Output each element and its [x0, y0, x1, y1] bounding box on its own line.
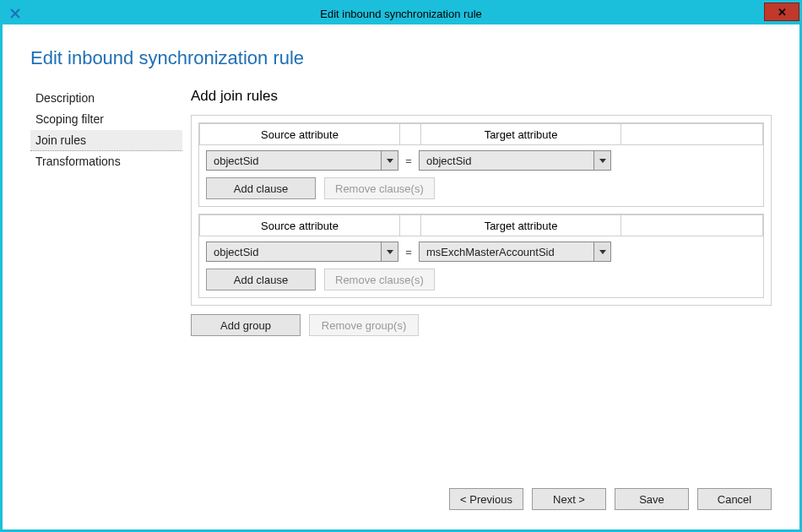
col-equals	[400, 123, 420, 145]
page-title: Edit inbound synchronization rule	[30, 47, 772, 69]
button-label: Add group	[220, 319, 271, 332]
close-icon: ✕	[778, 6, 787, 19]
button-label: Save	[639, 493, 664, 506]
button-label: Remove group(s)	[322, 319, 406, 332]
button-label: Add clause	[234, 274, 288, 286]
combo-value: objectSid	[420, 155, 593, 167]
combo-value: objectSid	[207, 246, 381, 258]
combo-value: msExchMasterAccountSid	[420, 246, 593, 258]
main: Add join rules Source attribute Target a…	[182, 88, 772, 510]
app-icon	[8, 6, 23, 21]
chevron-down-icon	[381, 151, 398, 170]
button-label: Add clause	[234, 182, 288, 195]
titlebar: Edit inbound synchronization rule ✕	[3, 3, 799, 24]
add-clause-button[interactable]: Add clause	[206, 269, 316, 290]
window: Edit inbound synchronization rule ✕ Edit…	[0, 0, 802, 532]
group-buttons: Add clause Remove clause(s)	[199, 171, 763, 199]
add-group-button[interactable]: Add group	[191, 314, 301, 336]
button-label: Next >	[553, 493, 585, 506]
equals-label: =	[398, 155, 419, 167]
add-clause-button[interactable]: Add clause	[206, 177, 316, 199]
col-equals	[400, 214, 420, 236]
window-title: Edit inbound synchronization rule	[3, 8, 799, 20]
col-spacer	[621, 214, 763, 236]
button-label: Remove clause(s)	[335, 274, 424, 286]
group-header: Source attribute Target attribute	[199, 214, 763, 236]
remove-group-button: Remove group(s)	[309, 314, 419, 336]
join-row: objectSid = msExchMasterAccountSid	[199, 236, 763, 262]
combo-value: objectSid	[207, 155, 381, 167]
sidebar-item-label: Transformations	[35, 155, 121, 168]
col-source-attribute: Source attribute	[199, 123, 400, 145]
rules-box: Source attribute Target attribute object…	[191, 115, 772, 306]
group-header: Source attribute Target attribute	[199, 123, 763, 145]
button-label: < Previous	[460, 493, 512, 506]
sidebar-item-label: Scoping filter	[35, 112, 104, 126]
group-level-buttons: Add group Remove group(s)	[191, 314, 772, 336]
next-button[interactable]: Next >	[532, 488, 606, 510]
save-button[interactable]: Save	[615, 488, 689, 510]
chevron-down-icon	[593, 151, 610, 170]
chevron-down-icon	[593, 242, 610, 261]
group-buttons: Add clause Remove clause(s)	[199, 262, 763, 290]
sidebar-item-transformations[interactable]: Transformations	[30, 151, 182, 172]
body: Description Scoping filter Join rules Tr…	[30, 88, 772, 510]
chevron-down-icon	[381, 242, 398, 261]
col-target-attribute: Target attribute	[420, 214, 621, 236]
sidebar-item-label: Description	[35, 91, 95, 105]
col-spacer	[621, 123, 763, 145]
equals-label: =	[398, 246, 419, 258]
target-attribute-combo[interactable]: objectSid	[419, 150, 611, 171]
join-group: Source attribute Target attribute object…	[198, 122, 764, 207]
content: Edit inbound synchronization rule Descri…	[5, 27, 797, 527]
section-heading: Add join rules	[191, 88, 772, 105]
wizard-footer: < Previous Next > Save Cancel	[449, 488, 772, 510]
source-attribute-combo[interactable]: objectSid	[206, 150, 398, 171]
join-row: objectSid = objectSid	[199, 145, 763, 171]
button-label: Cancel	[718, 493, 751, 506]
sidebar-item-scoping-filter[interactable]: Scoping filter	[30, 109, 182, 130]
remove-clause-button: Remove clause(s)	[324, 177, 435, 199]
col-source-attribute: Source attribute	[199, 214, 400, 236]
sidebar-item-label: Join rules	[35, 133, 86, 147]
join-group: Source attribute Target attribute object…	[198, 214, 764, 298]
button-label: Remove clause(s)	[335, 182, 424, 195]
remove-clause-button: Remove clause(s)	[324, 269, 435, 290]
close-button[interactable]: ✕	[764, 3, 799, 21]
sidebar: Description Scoping filter Join rules Tr…	[30, 88, 182, 510]
col-target-attribute: Target attribute	[420, 123, 621, 145]
target-attribute-combo[interactable]: msExchMasterAccountSid	[419, 242, 611, 262]
previous-button[interactable]: < Previous	[449, 488, 523, 510]
sidebar-item-join-rules[interactable]: Join rules	[30, 130, 182, 151]
sidebar-item-description[interactable]: Description	[30, 88, 182, 109]
cancel-button[interactable]: Cancel	[697, 488, 772, 510]
source-attribute-combo[interactable]: objectSid	[206, 242, 398, 262]
